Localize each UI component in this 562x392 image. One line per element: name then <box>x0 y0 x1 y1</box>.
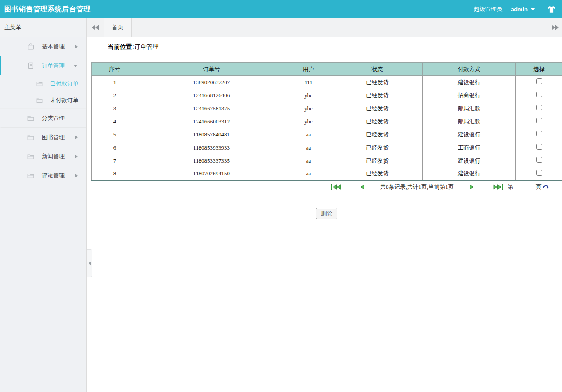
select-cell <box>516 141 562 154</box>
first-page-button[interactable] <box>331 184 341 190</box>
order-number: 1241666003312 <box>138 115 285 128</box>
chevron-right-icon <box>75 44 78 49</box>
row-index: 1 <box>92 76 138 89</box>
sidebar-item-comment-mgmt[interactable]: 评论管理 <box>0 166 86 185</box>
row-index: 3 <box>92 102 138 115</box>
sidebar-title: 主菜单 <box>0 18 86 37</box>
tabs-scroll-right-button[interactable] <box>548 18 562 37</box>
row-index: 2 <box>92 89 138 102</box>
row-select-checkbox[interactable] <box>536 78 542 84</box>
column-header: 用户 <box>285 63 332 76</box>
order-number: 1241667581375 <box>138 102 285 115</box>
sidebar-item-label: 评论管理 <box>42 172 65 180</box>
select-cell <box>516 167 562 181</box>
chevron-right-icon <box>75 154 78 159</box>
double-right-arrow-icon <box>552 25 559 30</box>
sidebar-item-label: 图书管理 <box>42 133 65 141</box>
column-header: 状态 <box>332 63 423 76</box>
delete-button[interactable]: 删除 <box>316 208 337 219</box>
theme-skin-button[interactable] <box>547 5 556 13</box>
column-header: 订单号 <box>138 63 285 76</box>
select-cell <box>516 154 562 167</box>
row-select-checkbox[interactable] <box>536 118 542 123</box>
folder-icon <box>27 114 34 122</box>
orders-table: 序号订单号用户状态付款方式选择 11389020637207111已经发货建设银… <box>91 62 562 181</box>
row-select-checkbox[interactable] <box>536 131 542 136</box>
order-status: 已经发货 <box>332 89 423 102</box>
select-cell <box>516 102 562 115</box>
order-user: aa <box>285 141 332 154</box>
document-icon <box>27 62 34 69</box>
go-to-page-button[interactable] <box>542 184 550 190</box>
user-dropdown[interactable]: admin <box>511 6 535 13</box>
table-row: 21241668126406yhc已经发货招商银行 <box>92 89 562 102</box>
folder-icon <box>27 172 34 179</box>
last-page-button[interactable] <box>493 184 503 190</box>
order-status: 已经发货 <box>332 102 423 115</box>
row-select-checkbox[interactable] <box>536 170 542 176</box>
column-header: 付款方式 <box>423 63 516 76</box>
sidebar-item-category-mgmt[interactable]: 分类管理 <box>0 109 86 128</box>
order-number: 1180853337335 <box>138 154 285 167</box>
row-index: 8 <box>92 167 138 181</box>
tabs-scroll-left-button[interactable] <box>87 18 104 37</box>
sidebar-item-book-mgmt[interactable]: 图书管理 <box>0 128 86 147</box>
goto-page-prefix: 第 <box>508 183 513 191</box>
chevron-right-icon <box>75 135 78 140</box>
order-user: yhc <box>285 89 332 102</box>
payment-method: 建设银行 <box>423 167 516 181</box>
sidebar-item-label: 新闻管理 <box>42 153 65 160</box>
order-status: 已经发货 <box>332 115 423 128</box>
row-index: 6 <box>92 141 138 154</box>
sidebar-subitem-unpaid-orders[interactable]: 未付款订单 <box>0 92 86 109</box>
sidebar-item-order-mgmt[interactable]: 订单管理 <box>0 56 86 75</box>
folder-icon <box>27 133 34 141</box>
next-page-button[interactable] <box>470 184 474 190</box>
page-number-input[interactable] <box>514 183 535 191</box>
column-header: 选择 <box>516 63 562 76</box>
user-role-label: 超级管理员 <box>474 5 502 13</box>
order-number: 1241668126406 <box>138 89 285 102</box>
payment-method: 建设银行 <box>423 128 516 141</box>
table-row: 41241666003312yhc已经发货邮局汇款 <box>92 115 562 128</box>
content-panel: 当前位置:订单管理 序号订单号用户状态付款方式选择 11389020637207… <box>87 37 562 392</box>
column-header: 序号 <box>92 63 138 76</box>
row-index: 5 <box>92 128 138 141</box>
caret-down-icon <box>531 8 535 10</box>
order-status: 已经发货 <box>332 76 423 89</box>
row-index: 4 <box>92 115 138 128</box>
sidebar-item-basic-mgmt[interactable]: 基本管理 <box>0 37 86 56</box>
last-page-icon <box>493 184 503 190</box>
pagination-summary: 共8条记录,共计1页,当前第1页 <box>380 183 454 191</box>
prev-page-icon <box>360 184 364 190</box>
next-page-icon <box>470 184 474 190</box>
breadcrumb: 当前位置:订单管理 <box>87 37 562 53</box>
row-select-checkbox[interactable] <box>536 92 542 97</box>
table-header-row: 序号订单号用户状态付款方式选择 <box>92 63 562 76</box>
table-row: 81180702694150aa已经发货建设银行 <box>92 167 562 181</box>
sidebar: 主菜单 基本管理订单管理已付款订单未付款订单分类管理图书管理新闻管理评论管理 <box>0 18 87 392</box>
sidebar-collapse-handle[interactable] <box>87 249 92 277</box>
sidebar-subitem-label: 未付款订单 <box>50 96 78 104</box>
sidebar-item-news-mgmt[interactable]: 新闻管理 <box>0 147 86 166</box>
chevron-right-icon <box>75 174 78 178</box>
username-label: admin <box>511 6 528 13</box>
order-number: 1180853933933 <box>138 141 285 154</box>
row-select-checkbox[interactable] <box>536 144 542 150</box>
row-select-checkbox[interactable] <box>536 157 542 163</box>
order-status: 已经发货 <box>332 128 423 141</box>
payment-method: 招商银行 <box>423 89 516 102</box>
sidebar-subitem-paid-orders[interactable]: 已付款订单 <box>0 75 86 92</box>
sidebar-item-label: 分类管理 <box>42 114 65 122</box>
order-status: 已经发货 <box>332 141 423 154</box>
order-user: aa <box>285 167 332 181</box>
tab-home[interactable]: 首页 <box>104 18 132 37</box>
go-arrow-icon <box>542 184 550 190</box>
sidebar-menu: 基本管理订单管理已付款订单未付款订单分类管理图书管理新闻管理评论管理 <box>0 37 86 392</box>
folder-icon <box>36 80 43 87</box>
table-row: 11389020637207111已经发货建设银行 <box>92 76 562 89</box>
prev-page-button[interactable] <box>360 184 364 190</box>
tshirt-icon <box>547 5 556 13</box>
row-select-checkbox[interactable] <box>536 105 542 110</box>
sidebar-item-label: 基本管理 <box>42 43 65 51</box>
